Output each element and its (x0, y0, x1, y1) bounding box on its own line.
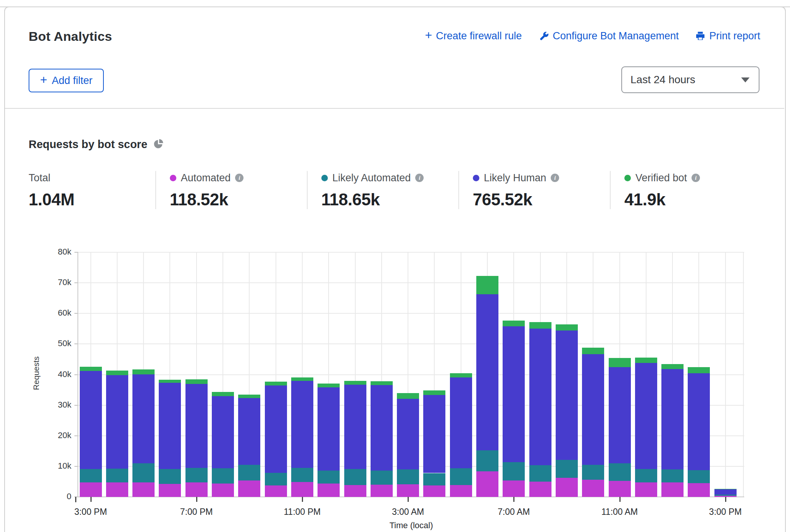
bar-segment[interactable] (291, 482, 313, 497)
bar-segment[interactable] (635, 469, 657, 482)
bar-segment[interactable] (132, 374, 155, 463)
bar-segment[interactable] (609, 367, 631, 463)
bar-segment[interactable] (106, 482, 128, 497)
bar-segment[interactable] (106, 375, 128, 469)
bar-segment[interactable] (503, 462, 525, 480)
bar-segment[interactable] (635, 363, 657, 469)
bar-segment[interactable] (185, 379, 208, 384)
bar-segment[interactable] (371, 485, 393, 497)
bar-segment[interactable] (661, 369, 684, 469)
bar-segment[interactable] (688, 367, 710, 373)
bar-segment[interactable] (423, 390, 445, 395)
bar-segment[interactable] (450, 373, 472, 377)
bar-segment[interactable] (212, 468, 234, 483)
bar-segment[interactable] (688, 483, 710, 497)
info-icon[interactable]: i (551, 174, 559, 182)
bar-segment[interactable] (265, 385, 287, 472)
bar-segment[interactable] (238, 395, 260, 398)
bar-segment[interactable] (688, 373, 710, 470)
bar-segment[interactable] (714, 495, 737, 496)
bar-segment[interactable] (318, 387, 340, 471)
bar-segment[interactable] (132, 482, 155, 497)
bar-segment[interactable] (609, 481, 631, 497)
bar-segment[interactable] (582, 465, 604, 480)
bar-segment[interactable] (159, 469, 181, 484)
info-icon[interactable]: i (415, 174, 424, 182)
bar-segment[interactable] (661, 482, 684, 497)
bar-segment[interactable] (714, 496, 737, 497)
bar-segment[interactable] (423, 485, 445, 497)
bar-segment[interactable] (397, 393, 419, 399)
bar-segment[interactable] (265, 485, 287, 497)
bar-segment[interactable] (106, 469, 128, 482)
configure-bot-management-link[interactable]: Configure Bot Management (538, 30, 679, 42)
bar-segment[interactable] (529, 329, 551, 465)
bar-segment[interactable] (80, 482, 102, 497)
bar-segment[interactable] (476, 471, 498, 497)
bar-segment[interactable] (318, 471, 340, 484)
bar-segment[interactable] (291, 381, 313, 468)
bar-segment[interactable] (238, 398, 260, 465)
bar-segment[interactable] (344, 485, 366, 497)
bar-segment[interactable] (476, 294, 498, 450)
bar-segment[interactable] (344, 385, 366, 469)
bar-segment[interactable] (212, 392, 234, 396)
bar-segment[interactable] (106, 371, 128, 375)
bar-segment[interactable] (476, 450, 498, 471)
info-icon[interactable]: i (235, 174, 243, 182)
bar-segment[interactable] (582, 348, 604, 354)
bar-segment[interactable] (291, 468, 313, 482)
bar-segment[interactable] (661, 469, 684, 482)
bar-segment[interactable] (397, 469, 419, 484)
bar-segment[interactable] (609, 463, 631, 481)
bar-segment[interactable] (265, 473, 287, 486)
bar-segment[interactable] (371, 381, 393, 385)
bar-segment[interactable] (661, 364, 684, 369)
bar-segment[interactable] (80, 371, 102, 469)
bar-segment[interactable] (556, 324, 578, 330)
bar-segment[interactable] (635, 358, 657, 363)
bar-segment[interactable] (582, 354, 604, 465)
bar-segment[interactable] (635, 482, 657, 497)
bar-segment[interactable] (159, 383, 181, 469)
bar-segment[interactable] (291, 377, 313, 381)
bar-segment[interactable] (582, 480, 604, 497)
bar-segment[interactable] (132, 463, 155, 482)
bar-segment[interactable] (450, 485, 472, 497)
bar-segment[interactable] (714, 489, 737, 489)
bar-segment[interactable] (265, 382, 287, 385)
bar-segment[interactable] (609, 358, 631, 367)
bar-segment[interactable] (238, 480, 260, 497)
bar-segment[interactable] (476, 276, 498, 294)
bar-segment[interactable] (503, 321, 525, 326)
bar-segment[interactable] (397, 399, 419, 469)
bar-segment[interactable] (450, 468, 472, 485)
bar-segment[interactable] (344, 469, 366, 485)
bar-segment[interactable] (423, 473, 445, 485)
bar-segment[interactable] (185, 482, 208, 497)
bar-segment[interactable] (556, 478, 578, 497)
bar-segment[interactable] (212, 396, 234, 468)
bar-segment[interactable] (212, 484, 234, 497)
bar-segment[interactable] (185, 384, 208, 468)
bar-segment[interactable] (80, 469, 102, 482)
bar-segment[interactable] (80, 367, 102, 371)
bar-segment[interactable] (556, 330, 578, 460)
bar-segment[interactable] (556, 460, 578, 478)
info-icon[interactable]: i (692, 174, 700, 182)
bar-segment[interactable] (503, 326, 525, 462)
bar-segment[interactable] (318, 484, 340, 497)
bar-segment[interactable] (185, 468, 208, 482)
bar-segment[interactable] (503, 480, 525, 497)
add-filter-button[interactable]: + Add filter (29, 69, 104, 92)
bar-segment[interactable] (529, 482, 551, 497)
bar-segment[interactable] (714, 489, 737, 495)
bar-segment[interactable] (159, 484, 181, 497)
bar-segment[interactable] (450, 377, 472, 469)
bar-segment[interactable] (318, 384, 340, 387)
bar-segment[interactable] (529, 322, 551, 328)
bar-segment[interactable] (159, 380, 181, 383)
print-report-link[interactable]: Print report (695, 30, 760, 42)
bar-segment[interactable] (344, 381, 366, 385)
bar-segment[interactable] (423, 395, 445, 473)
